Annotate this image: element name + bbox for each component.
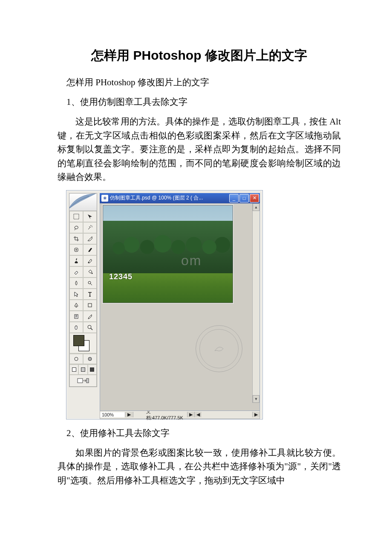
move-tool-icon[interactable] [83,211,97,222]
quick-mask-icon[interactable] [83,354,97,364]
screen-mode-3-icon[interactable] [88,364,97,375]
zoom-level[interactable]: 100% [100,412,125,417]
scroll-up-button[interactable]: ▲ [253,203,259,211]
photoshop-toolbox [69,193,97,387]
svg-point-7 [88,325,91,329]
dodge-tool-icon[interactable] [83,278,97,289]
subtitle-text: 怎样用 PHotoshop 修改图片上的文字 [58,76,341,88]
clone-stamp-tool-icon[interactable] [69,255,83,266]
svg-rect-12 [90,367,94,371]
scroll-down-button[interactable]: ▼ [253,395,259,403]
history-brush-tool-icon[interactable] [83,255,97,266]
blur-tool-icon[interactable] [69,278,83,289]
document-page: 怎样用 PHotoshop 修改图片上的文字 怎样用 PHotoshop 修改图… [0,0,392,519]
canvas[interactable]: 12345 [103,205,233,303]
wand-tool-icon[interactable] [83,222,97,233]
screen-mode-1-icon[interactable] [69,364,78,375]
path-select-tool-icon[interactable] [69,289,83,300]
zoom-menu-button[interactable]: ▶ [125,412,133,417]
minimize-button[interactable]: _ [229,194,239,202]
healing-brush-tool-icon[interactable] [69,244,83,255]
section-2-paragraph: 如果图片的背景色彩或图案比较一致，使用修补工具就比较方便。具体的操作是，选取修补… [58,446,341,488]
screen-mode-2-icon[interactable] [78,364,87,375]
close-button[interactable]: ✕ [250,194,259,202]
shape-tool-icon[interactable] [83,300,97,311]
document-icon: ❀ [101,195,108,202]
status-bar: 100% ▶ 文档:477.0K/777.5K ▶ ◀ ▶ [100,411,260,419]
color-swatches[interactable] [69,333,97,353]
marquee-tool-icon[interactable] [69,211,83,222]
window-controls: _ □ ✕ [229,194,259,202]
svg-point-9 [88,357,92,361]
svg-rect-0 [74,214,79,219]
svg-rect-13 [78,379,83,383]
lasso-tool-icon[interactable] [69,222,83,233]
text-tool-icon[interactable] [83,289,97,300]
section-2-heading: 2、使用修补工具去除文字 [58,427,341,439]
svg-rect-10 [72,367,76,371]
feather-icon [69,194,97,211]
svg-point-3 [92,272,93,274]
scroll-right-button[interactable]: ▶ [187,412,194,417]
hand-tool-icon[interactable] [69,322,83,333]
canvas-sample-text: 12345 [109,272,133,281]
brush-tool-icon[interactable] [83,244,97,255]
slice-tool-icon[interactable] [83,233,97,244]
document-titlebar: ❀ 仿制图章工具.psd @ 100% (图层 2 ( 合... _ □ ✕ [100,193,260,203]
canvas-area: 12345 om ▲ ▼ [100,203,260,411]
svg-point-8 [75,357,78,361]
bucket-tool-icon[interactable] [83,266,97,278]
svg-rect-5 [88,304,92,307]
svg-rect-14 [86,379,89,383]
quick-mask-row [69,353,97,364]
watermark-stamp [196,325,242,372]
standard-mode-icon[interactable] [69,354,83,364]
maximize-button[interactable]: □ [239,194,249,202]
zoom-tool-icon[interactable] [83,322,97,333]
screen-mode-row [69,364,97,375]
svg-rect-11 [81,367,85,371]
foreground-swatch[interactable] [73,335,84,346]
document-title: 仿制图章工具.psd @ 100% (图层 2 ( 合... [110,194,229,202]
scroll-end-button[interactable]: ▶ [252,412,259,417]
vertical-scrollbar[interactable]: ▲ ▼ [252,203,259,403]
eyedropper-tool-icon[interactable] [83,311,97,322]
canvas-trees [103,221,233,275]
figure-photoshop: ❀ 仿制图章工具.psd @ 100% (图层 2 ( 合... _ □ ✕ [66,190,341,419]
tool-grid [69,211,97,333]
scroll-left-button[interactable]: ◀ [194,412,202,417]
page-title: 怎样用 PHotoshop 修改图片上的文字 [58,47,341,64]
notes-tool-icon[interactable] [69,311,83,322]
pen-tool-icon[interactable] [69,300,83,311]
photoshop-window: ❀ 仿制图章工具.psd @ 100% (图层 2 ( 合... _ □ ✕ [66,190,263,419]
section-1-heading: 1、使用仿制图章工具去除文字 [58,96,341,108]
section-1-paragraph: 这是比较常用的方法。具体的操作是，选取仿制图章工具，按住 Alt 键，在无文字区… [58,115,341,184]
toolbox-header [69,194,97,211]
eraser-tool-icon[interactable] [69,266,83,278]
jump-to-imageready-icon[interactable] [69,375,97,387]
svg-point-2 [88,262,89,263]
crop-tool-icon[interactable] [69,233,83,244]
photoshop-document: ❀ 仿制图章工具.psd @ 100% (图层 2 ( 合... _ □ ✕ [100,193,260,419]
